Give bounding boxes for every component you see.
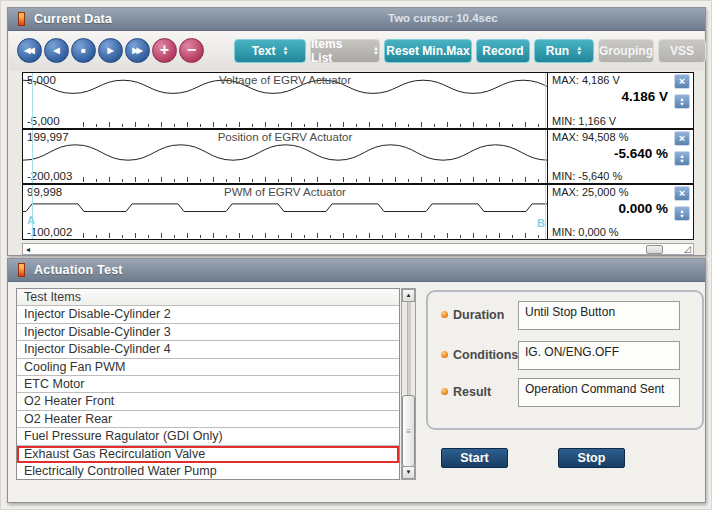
y-axis-min-label: -100,002 (27, 226, 72, 238)
bullet-icon (441, 388, 448, 395)
chart-controls: × ▲▼ (672, 130, 693, 183)
value-panel-pwm: MAX: 25,000 % 0.000 % MIN: 0,000 % (547, 185, 672, 239)
fast-forward-button[interactable]: ▶▶ (125, 38, 150, 63)
zoom-in-button[interactable]: + (152, 38, 177, 63)
value-panel-position: MAX: 94,508 % -5.640 % MIN: -5,640 % (547, 130, 672, 183)
current-data-titlebar: Current Data Two cursor: 10.4sec (8, 8, 705, 31)
close-chart-button[interactable]: × (674, 74, 690, 89)
cursor-a-line[interactable] (32, 185, 33, 239)
down-arrow-icon: ▼ (679, 102, 684, 107)
list-item[interactable]: Injector Disable-Cylinder 3 (17, 324, 399, 341)
conditions-field: Conditions IG. ON/ENG.OFF (428, 341, 702, 370)
conditions-value-box: IG. ON/ENG.OFF (518, 341, 680, 370)
play-button[interactable]: ▶ (98, 38, 123, 63)
vss-button[interactable]: VSS (658, 39, 706, 63)
record-button[interactable]: Record (476, 39, 530, 63)
step-back-button[interactable]: ◀ (44, 38, 69, 63)
button-label: VSS (670, 44, 694, 58)
scroll-down-button[interactable]: ▼ (402, 466, 415, 479)
chart-controls: × ▲▼ (672, 185, 693, 239)
chart-title: PWM of EGRV Actuator (23, 186, 547, 198)
test-items-list: Test ItemsInjector Disable-Cylinder 2Inj… (16, 288, 400, 480)
result-field: Result Operation Command Sent (428, 378, 702, 407)
scale-spinner-button[interactable]: ▲▼ (674, 94, 690, 109)
close-chart-button[interactable]: × (674, 131, 690, 146)
scrollbar-thumb[interactable] (646, 245, 663, 254)
rewind-button[interactable]: ◀◀ (17, 38, 42, 63)
window-title: Actuation Test (34, 263, 123, 277)
min-value-label: MIN: 1,166 V (552, 115, 616, 127)
scroll-left-arrow-icon[interactable]: ◂ (26, 245, 30, 255)
list-item[interactable]: O2 Heater Front (17, 393, 399, 410)
y-axis-min-label: -200,003 (27, 170, 72, 182)
text-button[interactable]: Text▲▼ (234, 39, 306, 63)
list-item[interactable]: O2 Heater Rear (17, 411, 399, 428)
zoom-out-button[interactable]: − (179, 38, 204, 63)
bullet-icon (441, 311, 448, 318)
cursor-a-label: A (27, 214, 35, 226)
current-value: -5.640 % (614, 146, 668, 161)
chart-title: Voltage of EGRV Actuator (23, 74, 547, 86)
toolbar-button-group: Text▲▼Items List▲▼Reset Min.MaxRecordRun… (206, 39, 710, 63)
max-value-label: MAX: 25,000 % (552, 186, 628, 198)
chart-plot-pwm: 99,998 PWM of EGRV Actuator -100,002 A B (23, 185, 547, 239)
cursor-b-line[interactable] (545, 73, 546, 128)
down-arrow-icon: ▼ (679, 159, 684, 164)
run-button[interactable]: Run▲▼ (534, 39, 594, 63)
max-value-label: MAX: 4,186 V (552, 74, 620, 86)
scroll-up-button[interactable]: ▲ (402, 289, 415, 302)
window-title: Current Data (34, 12, 112, 26)
button-label: Grouping (599, 44, 653, 58)
min-value-label: MIN: -5,640 % (552, 170, 622, 182)
reset-min-max-button[interactable]: Reset Min.Max (384, 39, 472, 63)
current-value: 4.186 V (621, 89, 668, 104)
list-item[interactable]: Electrically Controlled Water Pump (17, 463, 399, 480)
items-list-button[interactable]: Items List▲▼ (310, 39, 380, 63)
chart-row-position: 199,997 Position of EGRV Actuator -200,0… (23, 128, 693, 183)
duration-value-box: Until Stop Button (518, 301, 680, 330)
cursor-a-line[interactable] (32, 73, 33, 128)
cursor-a-line[interactable] (32, 130, 33, 183)
chart-plot-position: 199,997 Position of EGRV Actuator -200,0… (23, 130, 547, 183)
chart-plot-voltage: 5,000 Voltage of EGRV Actuator -5,000 (23, 73, 547, 128)
close-chart-button[interactable]: × (674, 186, 690, 201)
grouping-button[interactable]: Grouping (598, 39, 654, 63)
window-icon (18, 12, 25, 26)
chart-toolbar: ◀◀◀■▶▶▶+− Text▲▼Items List▲▼Reset Min.Ma… (9, 31, 704, 70)
updown-arrows-icon: ▲▼ (576, 46, 582, 56)
list-item[interactable]: Cooling Fan PWM (17, 359, 399, 376)
start-button[interactable]: Start (441, 448, 508, 468)
test-detail-panel: Duration Until Stop Button Conditions IG… (426, 290, 704, 430)
list-item[interactable]: Injector Disable-Cylinder 2 (17, 306, 399, 323)
list-item[interactable]: ETC Motor (17, 376, 399, 393)
rewind-icon: ◀◀ (24, 47, 32, 55)
button-label: Run (546, 44, 569, 58)
list-item[interactable]: Injector Disable-Cylinder 4 (17, 341, 399, 358)
current-data-window: Current Data Two cursor: 10.4sec ◀◀◀■▶▶▶… (7, 7, 706, 256)
field-label: Conditions (453, 348, 518, 362)
scale-spinner-button[interactable]: ▲▼ (674, 206, 690, 221)
stop-button[interactable]: Stop (558, 448, 625, 468)
scrollbar-thumb[interactable]: ≡ (402, 395, 415, 467)
time-axis-ticks-minor (96, 179, 543, 182)
list-vertical-scrollbar[interactable]: ▲ ≡ ▼ (401, 288, 416, 480)
current-value: 0.000 % (618, 201, 668, 216)
field-label: Duration (453, 308, 504, 322)
cursor-b-line[interactable] (545, 130, 546, 183)
duration-field: Duration Until Stop Button (428, 301, 702, 330)
two-cursor-readout: Two cursor: 10.4sec (388, 12, 498, 24)
chart-horizontal-scrollbar[interactable]: ◂ ◿ (22, 243, 694, 255)
list-item[interactable]: Fuel Pressure Ragulator (GDI Only) (17, 428, 399, 445)
updown-arrows-icon: ▲▼ (282, 46, 288, 56)
scale-spinner-button[interactable]: ▲▼ (674, 151, 690, 166)
chart-stack: 5,000 Voltage of EGRV Actuator -5,000 MA… (22, 72, 694, 240)
cursor-b-line[interactable] (545, 185, 546, 239)
chart-title: Position of EGRV Actuator (23, 131, 547, 143)
list-item-selected[interactable]: Exhaust Gas Recirculation Valve (17, 446, 399, 463)
stop-button[interactable]: ■ (71, 38, 96, 63)
zoom-out-icon: − (187, 42, 196, 58)
diagnostic-tool-screen: Current Data Two cursor: 10.4sec ◀◀◀■▶▶▶… (0, 0, 712, 510)
play-icon: ▶ (107, 47, 113, 55)
time-axis-ticks-minor (96, 235, 543, 238)
value-panel-voltage: MAX: 4,186 V 4.186 V MIN: 1,166 V (547, 73, 672, 128)
